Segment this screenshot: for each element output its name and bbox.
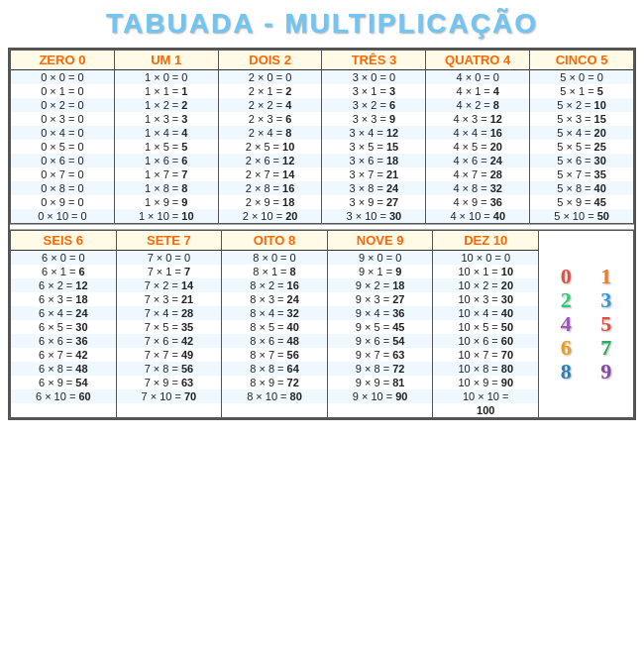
table-row: 0 × 2 = 0: [11, 98, 114, 112]
multiplication-section: SETE 77 × 0 = 07 × 1 = 77 × 2 = 147 × 3 …: [116, 231, 222, 418]
table-row: 1 × 9 = 9: [115, 195, 218, 209]
table-row: 3 × 8 = 24: [322, 181, 425, 195]
section-header: SETE 7: [117, 231, 222, 251]
table-row: 10 × 8 = 80: [433, 362, 538, 376]
table-row: 6 × 5 = 30: [11, 320, 116, 334]
table-row: 1 × 1 = 1: [115, 84, 218, 98]
table-row: 2 × 10 = 20: [219, 209, 322, 223]
table-row: 3 × 6 = 18: [322, 154, 425, 167]
section-header: DEZ 10: [433, 231, 538, 251]
table-row: 5 × 3 = 15: [530, 112, 633, 126]
table-row: 7 × 1 = 7: [117, 265, 222, 278]
table-row: 10 × 7 = 70: [433, 348, 538, 362]
table-row: 10 × 9 = 90: [433, 376, 538, 389]
table-row: 0 × 6 = 0: [11, 154, 114, 167]
table-row: 5 × 9 = 45: [530, 195, 633, 209]
table-row: 10 × 0 = 0: [433, 251, 538, 265]
table-row: 9 × 8 = 72: [328, 362, 433, 376]
table-row: 6 × 10 = 60: [11, 389, 116, 403]
table-row: 1 × 7 = 7: [115, 167, 218, 181]
table-row: 10 × 6 = 60: [433, 334, 538, 348]
table-row: 2 × 9 = 18: [219, 195, 322, 209]
table-row: 4 × 4 = 16: [426, 126, 529, 140]
table-row: 9 × 7 = 63: [328, 348, 433, 362]
cartoon-numbers-image: 0123456789: [539, 231, 634, 418]
table-row: 4 × 10 = 40: [426, 209, 529, 223]
section-header: CINCO 5: [530, 51, 633, 70]
table-row: 6 × 1 = 6: [11, 265, 116, 278]
table-row: 9 × 10 = 90: [328, 389, 433, 403]
table-row: 4 × 2 = 8: [426, 98, 529, 112]
table-row: 2 × 7 = 14: [219, 167, 322, 181]
multiplication-section: DOIS 22 × 0 = 02 × 1 = 22 × 2 = 42 × 3 =…: [218, 51, 322, 224]
table-row: 2 × 2 = 4: [219, 98, 322, 112]
table-row: 10 × 3 = 30: [433, 292, 538, 306]
section-header: QUATRO 4: [426, 51, 529, 70]
table-row: 4 × 8 = 32: [426, 181, 529, 195]
cartoon-digit: 3: [600, 289, 611, 311]
table-row: 0 × 9 = 0: [11, 195, 114, 209]
multiplication-section: DEZ 1010 × 0 = 010 × 1 = 1010 × 2 = 2010…: [433, 231, 539, 418]
table-row: 0 × 10 = 0: [11, 209, 114, 223]
table-row: 6 × 4 = 24: [11, 306, 116, 320]
table-row: 5 × 5 = 25: [530, 140, 633, 154]
table-row: 6 × 7 = 42: [11, 348, 116, 362]
table-row: 9 × 4 = 36: [328, 306, 433, 320]
table-row: 9 × 0 = 0: [328, 251, 433, 265]
table-row: 1 × 5 = 5: [115, 140, 218, 154]
cartoon-digit: 6: [561, 337, 572, 359]
table-row: 3 × 2 = 6: [322, 98, 425, 112]
table-row: 10 × 10 =: [433, 389, 538, 403]
table-row: 9 × 2 = 18: [328, 278, 433, 292]
table-row: 3 × 4 = 12: [322, 126, 425, 140]
table-row: 1 × 10 = 10: [115, 209, 218, 223]
table-row: 6 × 0 = 0: [11, 251, 116, 265]
table-row: 8 × 1 = 8: [222, 265, 327, 278]
page-title: TABUADA - MULTIPLICAÇÃO: [8, 8, 636, 40]
table-row: 5 × 10 = 50: [530, 209, 633, 223]
table-row: 1 × 0 = 0: [115, 70, 218, 84]
table-row: 8 × 6 = 48: [222, 334, 327, 348]
table-row: 9 × 3 = 27: [328, 292, 433, 306]
table-row: 6 × 2 = 12: [11, 278, 116, 292]
table-row: 6 × 9 = 54: [11, 376, 116, 389]
table-row: 0 × 1 = 0: [11, 84, 114, 98]
table-row: 1 × 6 = 6: [115, 154, 218, 167]
table-row: 9 × 6 = 54: [328, 334, 433, 348]
table-row: 4 × 0 = 0: [426, 70, 529, 84]
multiplication-section: QUATRO 44 × 0 = 04 × 1 = 44 × 2 = 84 × 3…: [426, 51, 530, 224]
table-row: 7 × 10 = 70: [117, 389, 222, 403]
section-header: SEIS 6: [11, 231, 116, 251]
multiplication-section: ZERO 00 × 0 = 00 × 1 = 00 × 2 = 00 × 3 =…: [11, 51, 115, 224]
table-row: 0 × 5 = 0: [11, 140, 114, 154]
table-row: 7 × 8 = 56: [117, 362, 222, 376]
cartoon-digit: 8: [561, 361, 572, 383]
multiplication-section: SEIS 66 × 0 = 06 × 1 = 66 × 2 = 126 × 3 …: [11, 231, 117, 418]
table-row: 1 × 4 = 4: [115, 126, 218, 140]
table-row: 4 × 9 = 36: [426, 195, 529, 209]
table-row: 8 × 2 = 16: [222, 278, 327, 292]
table-row: 8 × 0 = 0: [222, 251, 327, 265]
table-row: 3 × 0 = 0: [322, 70, 425, 84]
table-row: 9 × 9 = 81: [328, 376, 433, 389]
cartoon-digit: 9: [600, 361, 611, 383]
table-row: 2 × 5 = 10: [219, 140, 322, 154]
table-row: 1 × 3 = 3: [115, 112, 218, 126]
table-row: 5 × 4 = 20: [530, 126, 633, 140]
table-row: 8 × 9 = 72: [222, 376, 327, 389]
table-row: 7 × 0 = 0: [117, 251, 222, 265]
table-row: 7 × 6 = 42: [117, 334, 222, 348]
table-row: 8 × 4 = 32: [222, 306, 327, 320]
table-row: 7 × 7 = 49: [117, 348, 222, 362]
page: TABUADA - MULTIPLICAÇÃO ZERO 00 × 0 = 00…: [0, 0, 644, 659]
table-row: 5 × 6 = 30: [530, 154, 633, 167]
table-row: 8 × 10 = 80: [222, 389, 327, 403]
table-row: 3 × 9 = 27: [322, 195, 425, 209]
multiplication-section: UM 11 × 0 = 01 × 1 = 11 × 2 = 21 × 3 = 3…: [114, 51, 218, 224]
section-header: OITO 8: [222, 231, 327, 251]
cartoon-digit: 1: [600, 266, 611, 287]
table-row: 4 × 7 = 28: [426, 167, 529, 181]
table-row: 8 × 3 = 24: [222, 292, 327, 306]
table-row: 5 × 8 = 40: [530, 181, 633, 195]
table-row: 5 × 7 = 35: [530, 167, 633, 181]
